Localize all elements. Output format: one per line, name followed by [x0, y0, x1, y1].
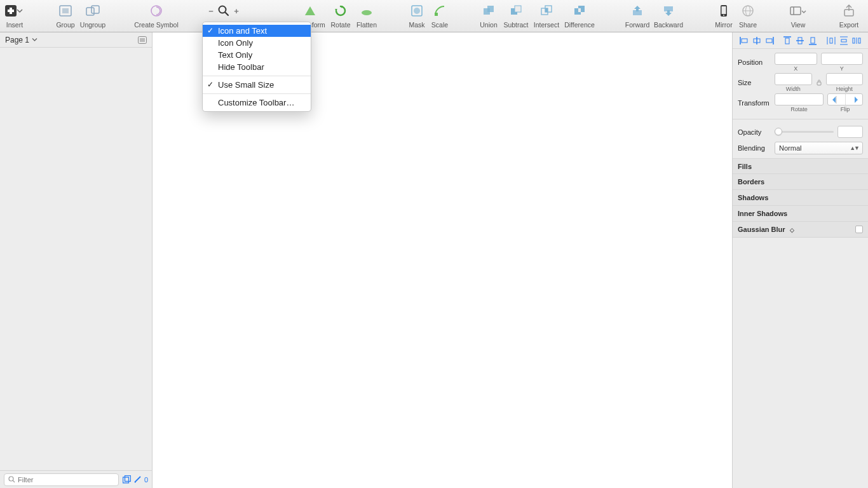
svg-rect-4 [62, 8, 69, 13]
svg-rect-5 [86, 8, 94, 15]
filter-field[interactable] [18, 476, 114, 484]
artboards-filter-icon[interactable] [123, 475, 131, 484]
align-right-icon[interactable] [765, 36, 774, 45]
scale-icon [434, 4, 445, 18]
svg-rect-38 [123, 477, 128, 483]
position-y-input[interactable] [821, 53, 864, 65]
union-icon [483, 4, 494, 18]
flip-control [827, 93, 863, 105]
borders-header[interactable]: Borders [733, 174, 868, 190]
toolbar-label: View [791, 22, 806, 29]
chevron-down-icon [32, 37, 37, 43]
height-input[interactable] [826, 73, 864, 85]
slider-thumb[interactable] [775, 128, 782, 135]
menu-customize-toolbar[interactable]: Customize Toolbar… [203, 97, 311, 109]
distribute-spacing-icon[interactable] [852, 36, 861, 45]
toolbar-backward[interactable]: Backward [652, 4, 685, 29]
zoom-out-icon[interactable]: − [208, 6, 214, 16]
gaussian-blur-header[interactable]: Gaussian Blur ◇ [733, 222, 868, 238]
blending-select[interactable]: Normal ▲▼ [775, 142, 863, 154]
align-vcenter-icon[interactable] [796, 36, 804, 45]
toolbar-label: Difference [564, 22, 595, 29]
toolbar-label: Backward [654, 22, 683, 29]
toolbar-view[interactable]: View [785, 4, 811, 29]
magnifier-icon[interactable] [218, 5, 229, 17]
toolbar-label: Scale [431, 22, 448, 29]
svg-rect-45 [766, 39, 772, 43]
toolbar-intersect[interactable]: Intersect [531, 4, 562, 29]
toolbar-label: Group [56, 22, 74, 29]
svg-rect-61 [817, 82, 821, 85]
toolbar-share[interactable]: Share [736, 4, 760, 29]
section-title: Gaussian Blur [738, 226, 785, 233]
rotate-sublabel: Rotate [790, 106, 808, 112]
rotate-input[interactable] [775, 93, 824, 105]
toolbar-forward[interactable]: Forward [623, 4, 652, 29]
align-hcenter-icon[interactable] [752, 36, 761, 45]
page-label: Page 1 [5, 36, 29, 44]
flip-horizontal-button[interactable] [828, 94, 846, 105]
slice-filter-icon[interactable] [133, 475, 142, 484]
page-selector[interactable]: Page 1 [0, 32, 152, 48]
align-bottom-icon[interactable] [808, 36, 817, 45]
toolbar-label: Ungroup [80, 22, 105, 29]
subtract-icon [510, 4, 522, 18]
svg-rect-15 [487, 6, 494, 12]
toolbar-create-symbol[interactable]: Create Symbol [131, 4, 182, 29]
svg-rect-58 [853, 38, 855, 43]
menu-hide-toolbar[interactable]: Hide Toolbar [203, 61, 311, 73]
flip-vertical-button[interactable] [846, 94, 863, 105]
menu-icon-and-text[interactable]: ✓ Icon and Text [203, 25, 311, 37]
menu-label: Hide Toolbar [218, 62, 264, 72]
svg-line-37 [13, 480, 15, 482]
svg-rect-13 [435, 13, 438, 16]
toolbar-label: Create Symbol [134, 22, 178, 29]
toolbar-ungroup[interactable]: Ungroup [78, 4, 108, 29]
distribute-v-icon[interactable] [839, 36, 848, 45]
lock-aspect-icon[interactable] [816, 79, 822, 86]
toolbar-mask[interactable]: Mask [405, 4, 428, 29]
menu-label: Icon Only [218, 38, 253, 48]
opacity-input[interactable] [837, 126, 863, 138]
toolbar-label: Flatten [356, 22, 377, 29]
toolbar-label: Export [839, 22, 858, 29]
menu-separator [203, 76, 311, 76]
toolbar-label: Intersect [534, 22, 559, 29]
inner-shadows-header[interactable]: Inner Shadows [733, 206, 868, 222]
gaussian-blur-checkbox[interactable] [855, 226, 863, 233]
mask-icon [411, 4, 423, 18]
flatten-icon [360, 4, 373, 18]
toolbar-mirror[interactable]: Mirror [712, 4, 736, 29]
layer-list[interactable] [0, 48, 152, 470]
menu-icon-only[interactable]: Icon Only [203, 37, 311, 49]
shadows-header[interactable]: Shadows [733, 190, 868, 206]
collapse-icon[interactable] [138, 36, 147, 44]
position-label: Position [738, 58, 775, 66]
zoom-in-icon[interactable]: + [233, 6, 240, 16]
fills-header[interactable]: Fills [733, 158, 868, 174]
toolbar-flatten[interactable]: Flatten [353, 4, 380, 29]
menu-use-small-size[interactable]: ✓ Use Small Size [203, 79, 311, 91]
align-left-icon[interactable] [740, 36, 749, 45]
toolbar-insert[interactable]: Insert [0, 4, 29, 29]
toolbar-rotate[interactable]: Rotate [328, 4, 353, 29]
x-sublabel: X [794, 65, 797, 72]
toolbar-subtract[interactable]: Subtract [501, 4, 531, 29]
width-input[interactable] [775, 73, 812, 85]
toolbar-scale[interactable]: Scale [428, 4, 451, 29]
svg-rect-6 [92, 6, 99, 13]
menu-text-only[interactable]: Text Only [203, 49, 311, 61]
toolbar-union[interactable]: Union [477, 4, 501, 29]
toolbar-group[interactable]: Group [53, 4, 78, 29]
difference-icon [574, 4, 585, 18]
filter-input[interactable] [4, 473, 119, 486]
toolbar-export[interactable]: Export [836, 4, 862, 29]
check-icon: ✓ [207, 79, 214, 91]
position-x-input[interactable] [775, 53, 817, 65]
distribute-h-icon[interactable] [827, 36, 836, 45]
size-label: Size [738, 79, 775, 86]
toolbar-difference[interactable]: Difference [562, 4, 597, 29]
toolbar[interactable]: Insert Group Ungroup Create Symbol − + [0, 0, 868, 32]
opacity-slider[interactable] [775, 131, 834, 133]
align-top-icon[interactable] [783, 36, 792, 45]
